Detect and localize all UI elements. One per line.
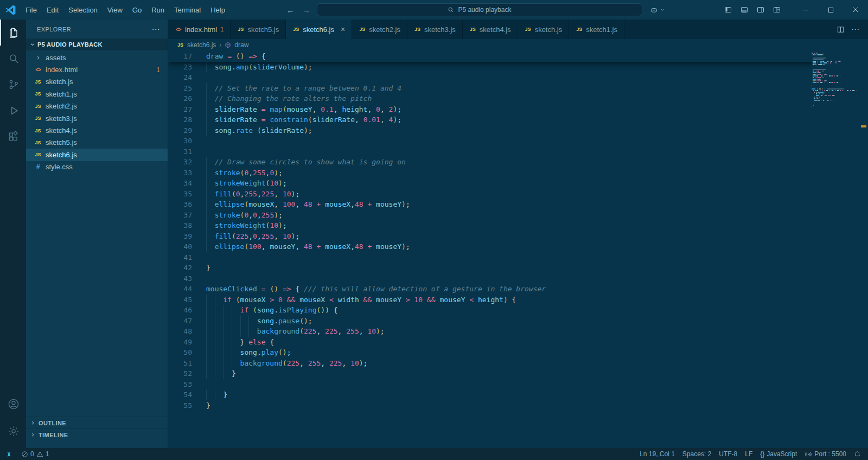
code-line[interactable]: 28 sliderRate = constrain(sliderRate, 0.… bbox=[168, 114, 868, 125]
menu-run[interactable]: Run bbox=[146, 4, 169, 16]
line-number[interactable]: 43 bbox=[168, 273, 206, 284]
code-line[interactable]: 39 fill(225,0,255, 10); bbox=[168, 231, 868, 242]
line-number[interactable]: 47 bbox=[168, 316, 206, 327]
problems-button[interactable]: 0 1 bbox=[17, 448, 53, 460]
file-sketch2.js[interactable]: JSsketch2.js bbox=[26, 100, 168, 112]
tab-sketch2.js[interactable]: JSsketch2.js bbox=[352, 20, 407, 39]
file-style.css[interactable]: #style.css bbox=[26, 161, 168, 173]
line-number[interactable]: 45 bbox=[168, 295, 206, 305]
line-number[interactable]: 32 bbox=[168, 157, 206, 168]
settings-icon[interactable] bbox=[0, 418, 26, 445]
line-number[interactable]: 37 bbox=[168, 210, 206, 221]
line-number[interactable]: 24 bbox=[168, 72, 206, 83]
line-number[interactable]: 31 bbox=[168, 146, 206, 157]
remote-window-button[interactable] bbox=[0, 448, 17, 460]
code-line[interactable]: 45 if (mouseX > 0 && mouseX < width && m… bbox=[168, 295, 868, 305]
breadcrumb-symbol[interactable]: draw bbox=[234, 41, 248, 49]
line-number[interactable]: 25 bbox=[168, 83, 206, 94]
code-line[interactable]: 34 strokeWeight(10); bbox=[168, 178, 868, 189]
code-line[interactable]: 25 // Set the rate to a range between 0.… bbox=[168, 83, 868, 94]
code-line[interactable]: 33 stroke(0,255,0); bbox=[168, 168, 868, 178]
line-number[interactable]: 28 bbox=[168, 114, 206, 125]
code-line[interactable]: 37 stroke(0,0,255); bbox=[168, 210, 868, 221]
minimize-button[interactable] bbox=[793, 0, 818, 20]
maximize-button[interactable] bbox=[818, 0, 843, 20]
line-number[interactable]: 49 bbox=[168, 337, 206, 348]
run-and-debug-icon[interactable] bbox=[0, 98, 26, 124]
code-line[interactable]: 23 song.amp(sliderVolume); bbox=[168, 62, 868, 73]
line-number[interactable]: 17 bbox=[168, 51, 206, 62]
code-line[interactable]: 48 background(225, 225, 255, 10); bbox=[168, 326, 868, 337]
file-sketch6.js[interactable]: JSsketch6.js bbox=[26, 149, 168, 161]
code-line[interactable]: 26 // Changing the rate alters the pitch bbox=[168, 93, 868, 104]
status-indentation[interactable]: Spaces: 2 bbox=[679, 448, 715, 460]
code-line[interactable]: 32 // Draw some circles to show what is … bbox=[168, 157, 868, 168]
tab-sketch1.js[interactable]: JSsketch1.js bbox=[569, 20, 624, 39]
tab-sketch4.js[interactable]: JSsketch4.js bbox=[463, 20, 518, 39]
line-number[interactable]: 46 bbox=[168, 305, 206, 316]
status-live-server-port[interactable]: Port : 5500 bbox=[801, 448, 850, 460]
line-number[interactable]: 36 bbox=[168, 199, 206, 210]
code-line[interactable]: 55} bbox=[168, 400, 868, 411]
code-line[interactable]: 29 song.rate (sliderRate); bbox=[168, 125, 868, 136]
menu-go[interactable]: Go bbox=[127, 4, 146, 16]
code-line[interactable]: 49 } else { bbox=[168, 337, 868, 348]
split-editor-icon[interactable] bbox=[837, 25, 845, 34]
close-tab-icon[interactable]: × bbox=[341, 25, 345, 33]
file-assets[interactable]: assets bbox=[26, 52, 168, 63]
more-editor-actions-icon[interactable]: ⋯ bbox=[851, 24, 859, 34]
line-number[interactable]: 51 bbox=[168, 358, 206, 369]
status-notifications[interactable] bbox=[850, 448, 865, 460]
code-line[interactable]: 50 song.play(); bbox=[168, 347, 868, 358]
line-number[interactable]: 55 bbox=[168, 400, 206, 411]
go-back-icon[interactable]: ← bbox=[285, 5, 296, 15]
code-line[interactable]: 30 bbox=[168, 136, 868, 146]
lines-area[interactable]: 23 song.amp(sliderVolume);2425 // Set th… bbox=[168, 62, 868, 411]
tab-sketch.js[interactable]: JSsketch.js bbox=[518, 20, 570, 39]
status-language-mode[interactable]: {}JavaScript bbox=[756, 448, 801, 460]
line-number[interactable]: 34 bbox=[168, 178, 206, 189]
explorer-icon[interactable] bbox=[0, 20, 26, 46]
menu-help[interactable]: Help bbox=[206, 4, 230, 16]
code-line[interactable]: 31 bbox=[168, 146, 868, 157]
code-line[interactable]: 51 background(225, 255, 225, 10); bbox=[168, 358, 868, 369]
line-number[interactable]: 44 bbox=[168, 284, 206, 295]
line-number[interactable]: 52 bbox=[168, 368, 206, 379]
code-line[interactable]: 41 bbox=[168, 252, 868, 263]
file-index.html[interactable]: <>index.html1 bbox=[26, 63, 168, 75]
tab-sketch3.js[interactable]: JSsketch3.js bbox=[407, 20, 463, 39]
copilot-menu[interactable] bbox=[650, 6, 665, 14]
toggle-panel-icon[interactable] bbox=[737, 3, 752, 17]
line-number[interactable]: 33 bbox=[168, 168, 206, 178]
file-sketch4.js[interactable]: JSsketch4.js bbox=[26, 124, 168, 136]
customize-layout-icon[interactable] bbox=[769, 3, 784, 17]
menu-terminal[interactable]: Terminal bbox=[169, 4, 206, 16]
tab-sketch5.js[interactable]: JSsketch5.js bbox=[231, 20, 286, 39]
line-number[interactable]: 53 bbox=[168, 379, 206, 390]
menu-view[interactable]: View bbox=[103, 4, 127, 16]
code-line[interactable]: 17draw = () => { bbox=[168, 51, 868, 62]
file-sketch3.js[interactable]: JSsketch3.js bbox=[26, 112, 168, 124]
line-number[interactable]: 40 bbox=[168, 241, 206, 252]
line-number[interactable]: 38 bbox=[168, 220, 206, 231]
line-number[interactable]: 30 bbox=[168, 136, 206, 146]
code-line[interactable]: 47 song.pause(); bbox=[168, 316, 868, 327]
source-control-icon[interactable] bbox=[0, 72, 26, 98]
line-number[interactable]: 39 bbox=[168, 231, 206, 242]
code-editor[interactable]: 17draw = () => { 23 song.amp(sliderVolum… bbox=[168, 51, 868, 448]
file-sketch.js[interactable]: JSsketch.js bbox=[26, 76, 168, 88]
overview-ruler[interactable] bbox=[859, 51, 868, 448]
toggle-primary-sidebar-icon[interactable] bbox=[720, 3, 736, 17]
minimap[interactable] bbox=[812, 51, 859, 448]
timeline-section[interactable]: TIMELINE bbox=[26, 429, 168, 440]
project-root-folder[interactable]: P5 AUDIO PLAYBACK bbox=[26, 39, 168, 50]
extensions-icon[interactable] bbox=[0, 124, 26, 150]
tab-index.html[interactable]: <>index.html1 bbox=[168, 20, 231, 39]
menu-file[interactable]: File bbox=[21, 4, 42, 16]
line-number[interactable]: 27 bbox=[168, 104, 206, 115]
line-number[interactable]: 23 bbox=[168, 62, 206, 73]
views-and-more-actions-icon[interactable]: ⋯ bbox=[152, 24, 160, 34]
accounts-icon[interactable] bbox=[0, 391, 26, 418]
line-number[interactable]: 54 bbox=[168, 389, 206, 400]
line-number[interactable]: 26 bbox=[168, 93, 206, 104]
